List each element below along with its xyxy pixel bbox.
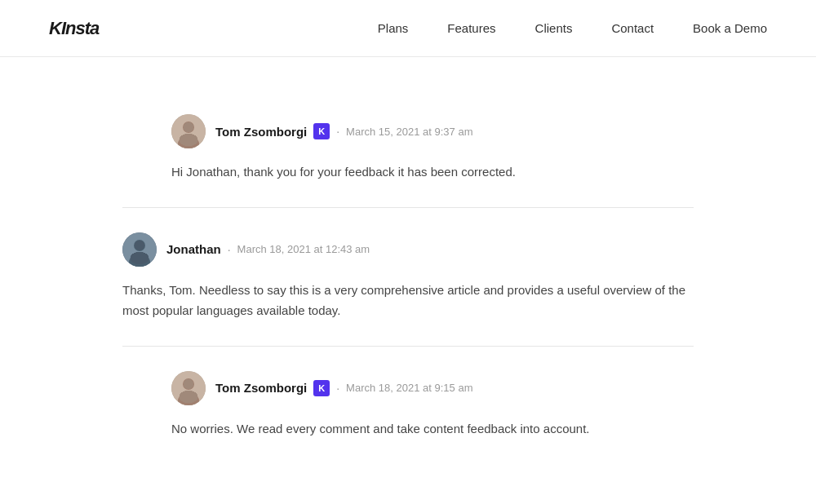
author-name: Tom Zsomborgi <box>215 381 307 395</box>
svg-point-1 <box>183 122 194 133</box>
avatar <box>122 232 157 267</box>
nav-item-contact[interactable]: Contact <box>611 21 654 36</box>
comment-body: Hi Jonathan, thank you for your feedback… <box>171 161 694 183</box>
dot-separator: · <box>336 125 339 138</box>
svg-point-4 <box>134 240 145 251</box>
dot-separator: · <box>336 382 339 395</box>
kinsta-badge: K <box>313 380 330 396</box>
nav-link-features[interactable]: Features <box>447 21 495 35</box>
dot-separator: · <box>228 243 231 256</box>
author-info: Tom Zsomborgi K · March 18, 2021 at 9:15… <box>215 380 472 396</box>
svg-point-8 <box>178 393 199 405</box>
nav-link-book-demo[interactable]: Book a Demo <box>693 21 767 35</box>
nav-item-features[interactable]: Features <box>447 21 495 36</box>
comment-body: No worries. We read every comment and ta… <box>171 418 694 440</box>
comment-header: Jonathan · March 18, 2021 at 12:43 am <box>122 232 694 267</box>
svg-point-3 <box>122 232 157 267</box>
comment-body: Thanks, Tom. Needless to say this is a v… <box>122 280 694 321</box>
nav-link-contact[interactable]: Contact <box>611 21 654 35</box>
avatar <box>171 114 206 148</box>
main-nav: KInsta Plans Features Clients Contact Bo… <box>0 0 816 57</box>
comments-section: Tom Zsomborgi K · March 15, 2021 at 9:37… <box>106 57 710 504</box>
svg-point-2 <box>178 136 199 148</box>
author-info: Tom Zsomborgi K · March 15, 2021 at 9:37… <box>215 123 472 139</box>
avatar <box>171 371 206 405</box>
author-name: Tom Zsomborgi <box>215 125 307 139</box>
nav-item-clients[interactable]: Clients <box>535 21 573 36</box>
nav-item-plans[interactable]: Plans <box>378 21 409 36</box>
nav-link-plans[interactable]: Plans <box>378 21 409 35</box>
author-info: Jonathan · March 18, 2021 at 12:43 am <box>166 242 370 256</box>
svg-point-7 <box>183 378 194 390</box>
comment-date: March 18, 2021 at 9:15 am <box>346 382 472 394</box>
kinsta-badge: K <box>313 123 330 139</box>
logo[interactable]: KInsta <box>49 18 99 39</box>
svg-point-5 <box>129 254 150 267</box>
nav-links: Plans Features Clients Contact Book a De… <box>378 21 767 36</box>
comment-date: March 18, 2021 at 12:43 am <box>237 243 370 255</box>
comment-item: Jonathan · March 18, 2021 at 12:43 am Th… <box>122 208 694 347</box>
svg-point-0 <box>171 114 206 148</box>
nav-item-book-demo[interactable]: Book a Demo <box>693 21 767 36</box>
svg-point-6 <box>171 371 206 405</box>
nav-link-clients[interactable]: Clients <box>535 21 573 35</box>
author-name: Jonathan <box>166 242 221 256</box>
comment-item: Tom Zsomborgi K · March 15, 2021 at 9:37… <box>122 90 694 208</box>
comment-header: Tom Zsomborgi K · March 15, 2021 at 9:37… <box>171 114 694 148</box>
comment-header: Tom Zsomborgi K · March 18, 2021 at 9:15… <box>171 371 694 405</box>
comment-item: Tom Zsomborgi K · March 18, 2021 at 9:15… <box>122 347 694 464</box>
comment-date: March 15, 2021 at 9:37 am <box>346 126 472 138</box>
